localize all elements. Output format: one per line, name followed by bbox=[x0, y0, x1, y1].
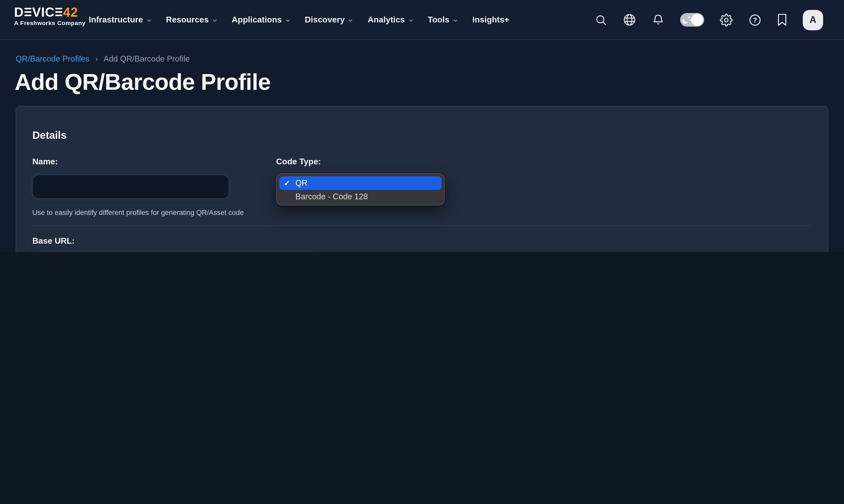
nav-item-applications[interactable]: Applications bbox=[232, 15, 291, 24]
chevron-down-icon bbox=[348, 17, 354, 23]
logo-text-vic: VIC bbox=[32, 5, 55, 19]
nav-item-discovery[interactable]: Discovery bbox=[305, 15, 354, 24]
top-navigation-bar: DVIC42 A Freshworks Company Infrastructu… bbox=[0, 0, 844, 40]
breadcrumb-separator: › bbox=[95, 54, 98, 63]
base-url-label: Base URL: bbox=[32, 236, 75, 246]
main-nav: Infrastructure Resources Applications Di… bbox=[89, 0, 509, 40]
app-root: DVIC42 A Freshworks Company Infrastructu… bbox=[0, 0, 844, 252]
logo-subtitle: A Freshworks Company bbox=[14, 20, 86, 26]
help-glyph: ? bbox=[753, 16, 757, 24]
avatar[interactable]: A bbox=[803, 10, 823, 30]
avatar-initial: A bbox=[810, 14, 816, 25]
theme-toggle[interactable] bbox=[680, 13, 704, 26]
nav-item-infrastructure[interactable]: Infrastructure bbox=[89, 15, 152, 24]
name-label: Name: bbox=[32, 157, 58, 166]
name-hint: Use to easily identify different profile… bbox=[32, 209, 244, 217]
nav-item-label: Infrastructure bbox=[89, 15, 143, 24]
chevron-down-icon bbox=[408, 17, 414, 23]
logo-e-glyph bbox=[56, 8, 63, 16]
section-divider bbox=[32, 226, 812, 226]
logo-e-glyph bbox=[24, 8, 31, 16]
nav-item-label: Applications bbox=[232, 15, 282, 24]
option-label: Barcode - Code 128 bbox=[295, 192, 368, 201]
nav-item-label: Tools bbox=[428, 15, 450, 24]
details-card: Details Name: Use to easily identify dif… bbox=[16, 106, 828, 252]
code-type-dropdown-menu: ✓ QR Barcode - Code 128 bbox=[276, 173, 445, 205]
logo-text-d: D bbox=[14, 5, 24, 19]
breadcrumb-link-qr-barcode-profiles[interactable]: QR/Barcode Profiles bbox=[16, 54, 89, 63]
nav-item-resources[interactable]: Resources bbox=[166, 15, 218, 24]
code-type-option-qr[interactable]: ✓ QR bbox=[279, 176, 442, 190]
globe-icon[interactable] bbox=[623, 13, 636, 26]
nav-item-analytics[interactable]: Analytics bbox=[368, 15, 414, 24]
code-type-option-barcode-code-128[interactable]: Barcode - Code 128 bbox=[277, 190, 444, 203]
logo-wordmark: DVIC42 bbox=[14, 5, 86, 19]
breadcrumb: QR/Barcode Profiles › Add QR/Barcode Pro… bbox=[16, 54, 190, 64]
chevron-down-icon bbox=[453, 17, 458, 23]
nav-item-label: Insights+ bbox=[472, 15, 509, 24]
nav-item-label: Discovery bbox=[305, 15, 345, 24]
checkmark-icon: ✓ bbox=[284, 179, 293, 187]
chevron-down-icon bbox=[146, 17, 152, 23]
chevron-down-icon bbox=[212, 17, 218, 23]
nav-item-label: Analytics bbox=[368, 15, 405, 24]
device42-logo[interactable]: DVIC42 A Freshworks Company bbox=[14, 5, 86, 26]
option-label: QR bbox=[295, 178, 308, 188]
name-input[interactable] bbox=[32, 175, 229, 199]
topbar-icon-group: ? A bbox=[595, 0, 823, 40]
logo-text-42: 42 bbox=[63, 5, 78, 19]
nav-item-tools[interactable]: Tools bbox=[428, 15, 458, 24]
search-icon[interactable] bbox=[595, 14, 607, 26]
bookmark-icon[interactable] bbox=[777, 14, 787, 26]
notifications-bell-icon[interactable] bbox=[652, 14, 665, 26]
settings-gear-icon[interactable] bbox=[720, 13, 733, 26]
chevron-down-icon bbox=[285, 17, 291, 23]
breadcrumb-current: Add QR/Barcode Profile bbox=[103, 54, 190, 63]
nav-item-label: Resources bbox=[166, 15, 209, 24]
page-title: Add QR/Barcode Profile bbox=[15, 68, 270, 96]
help-icon[interactable]: ? bbox=[749, 13, 761, 26]
nav-item-insights[interactable]: Insights+ bbox=[472, 15, 509, 24]
details-heading: Details bbox=[32, 129, 67, 141]
code-type-label: Code Type: bbox=[276, 157, 321, 166]
